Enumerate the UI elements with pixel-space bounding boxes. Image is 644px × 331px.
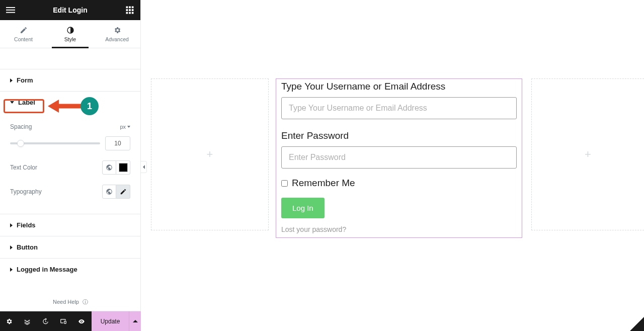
section-label-label: Label <box>18 99 35 106</box>
section-logged-in-label: Logged in Message <box>17 266 77 273</box>
tab-content-label: Content <box>14 36 33 42</box>
spacing-label: Spacing <box>10 123 32 130</box>
empty-column-right[interactable]: + <box>531 78 644 230</box>
update-options-button[interactable] <box>129 311 141 331</box>
password-input[interactable] <box>281 146 517 169</box>
spacing-control-header: Spacing px <box>10 118 130 135</box>
lost-password-link[interactable]: Lost your password? <box>281 225 517 233</box>
text-color-swatch-button[interactable] <box>116 160 130 175</box>
panel-bottom-bar: Update <box>0 311 141 331</box>
spacing-value-input[interactable] <box>105 136 130 150</box>
spacing-unit: px <box>120 124 126 130</box>
tab-style-label: Style <box>64 36 76 42</box>
login-button[interactable]: Log In <box>281 198 325 218</box>
text-color-label: Text Color <box>10 164 37 171</box>
remember-label: Remember Me <box>292 178 355 189</box>
caret-down-icon <box>10 101 14 104</box>
svg-rect-9 <box>126 12 128 14</box>
corner-decoration <box>630 317 644 331</box>
svg-rect-8 <box>132 9 134 11</box>
plus-icon: + <box>585 148 591 161</box>
empty-column-left[interactable]: + <box>151 78 269 230</box>
spacing-slider-row <box>10 135 130 155</box>
svg-rect-7 <box>129 9 131 11</box>
svg-rect-2 <box>6 12 15 13</box>
need-help-link[interactable]: Need Help ⓘ <box>0 294 141 310</box>
caret-right-icon <box>10 78 13 82</box>
chevron-up-icon <box>133 320 138 322</box>
section-logged-in[interactable]: Logged in Message <box>0 259 140 280</box>
caret-right-icon <box>10 223 13 227</box>
login-widget[interactable]: Type Your Username or Email Address Ente… <box>276 78 522 238</box>
svg-rect-6 <box>126 9 128 11</box>
need-help-label: Need Help <box>53 299 79 305</box>
section-spacer <box>0 48 140 69</box>
apps-grid-icon[interactable] <box>125 6 134 15</box>
menu-icon[interactable] <box>6 6 15 15</box>
svg-rect-1 <box>6 10 15 11</box>
canvas-area: + Type Your Username or Email Address En… <box>141 0 644 331</box>
section-button-label: Button <box>17 243 38 251</box>
plus-icon: + <box>207 148 213 161</box>
username-label: Type Your Username or Email Address <box>281 81 517 92</box>
username-input[interactable] <box>281 97 517 119</box>
section-label[interactable]: Label <box>0 92 140 113</box>
update-button[interactable]: Update <box>92 311 129 331</box>
panel-header: Edit Login <box>0 0 140 20</box>
panel-collapse-handle[interactable] <box>141 161 147 173</box>
remember-me-row[interactable]: Remember Me <box>281 178 517 189</box>
section-form[interactable]: Form <box>0 69 140 92</box>
sections-list: Form Label Spacing px Tex <box>0 48 140 331</box>
section-fields[interactable]: Fields <box>0 214 140 236</box>
svg-rect-4 <box>129 7 131 9</box>
color-swatch <box>119 163 128 172</box>
text-color-control: Text Color <box>10 155 130 180</box>
update-button-label: Update <box>101 318 120 325</box>
spacing-unit-picker[interactable]: px <box>120 124 130 130</box>
section-form-label: Form <box>17 76 33 84</box>
svg-rect-0 <box>6 7 15 8</box>
preview-icon[interactable] <box>72 311 91 331</box>
chevron-left-icon <box>143 165 145 169</box>
svg-rect-3 <box>126 7 128 9</box>
section-label-body: Spacing px Text Color <box>0 113 140 214</box>
tab-advanced-label: Advanced <box>105 36 129 42</box>
typography-control: Typography <box>10 180 130 204</box>
svg-rect-10 <box>129 12 131 14</box>
section-fields-label: Fields <box>17 221 36 229</box>
typography-global-button[interactable] <box>102 185 116 199</box>
tab-content[interactable]: Content <box>0 20 47 48</box>
svg-rect-11 <box>132 12 134 14</box>
svg-rect-5 <box>132 7 134 9</box>
responsive-icon[interactable] <box>54 311 72 331</box>
section-button[interactable]: Button <box>0 236 140 259</box>
remember-checkbox[interactable] <box>281 180 288 187</box>
typography-label: Typography <box>10 188 42 195</box>
panel-tabs: Content Style Advanced <box>0 20 140 48</box>
panel-title: Edit Login <box>15 6 125 14</box>
password-label: Enter Password <box>281 130 517 141</box>
caret-right-icon <box>10 245 13 250</box>
chevron-down-icon <box>127 126 130 128</box>
caret-right-icon <box>10 268 13 272</box>
editor-panel: Edit Login Content Style Advanced Form <box>0 0 141 331</box>
history-icon[interactable] <box>36 311 54 331</box>
spacing-slider[interactable] <box>10 138 100 148</box>
login-button-label: Log In <box>292 204 313 212</box>
typography-edit-button[interactable] <box>116 185 130 199</box>
text-color-global-button[interactable] <box>102 160 116 175</box>
lost-password-label: Lost your password? <box>281 225 346 233</box>
tab-style[interactable]: Style <box>47 20 94 48</box>
tab-advanced[interactable]: Advanced <box>94 20 140 48</box>
navigator-icon[interactable] <box>18 311 36 331</box>
settings-icon[interactable] <box>0 311 18 331</box>
